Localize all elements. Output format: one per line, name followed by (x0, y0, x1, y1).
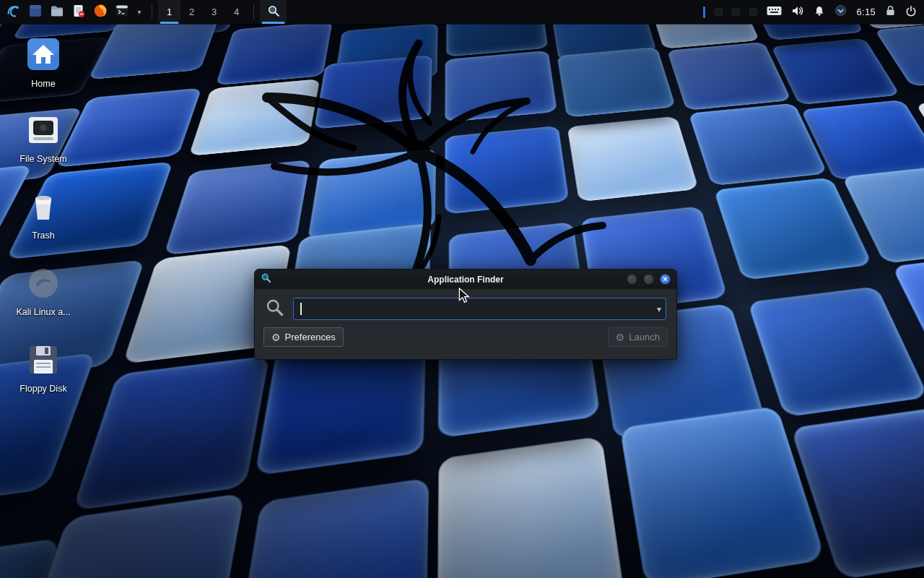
tray-handle[interactable] (703, 7, 705, 18)
workspace-button-3[interactable]: 3 (203, 0, 225, 24)
launcher-file-manager[interactable] (46, 0, 68, 24)
close-button[interactable]: × (660, 274, 671, 285)
file-manager-icon (50, 4, 64, 21)
launch-gear-icon: ⚙ (616, 332, 625, 342)
panel-launchers: ▾ 1 2 3 4 (0, 0, 287, 24)
desktop-icon-kali-linux[interactable]: Kali Linux a... (9, 267, 78, 317)
wallpaper-cube (666, 42, 791, 111)
terminal-icon (115, 4, 129, 21)
workspace-button-4[interactable]: 4 (225, 0, 248, 24)
clock[interactable]: 6:15 (856, 7, 876, 17)
wallpaper-cube (232, 478, 429, 578)
workspace-button-2[interactable]: 2 (180, 0, 203, 24)
workspace-button-1[interactable]: 1 (158, 0, 180, 24)
desktop-icon-floppy-disk[interactable]: Floppy Disk (9, 344, 78, 394)
entry-dropdown-icon[interactable]: ▾ (657, 298, 661, 320)
launch-label: Launch (629, 332, 660, 342)
chevron-down-icon: ▾ (137, 8, 141, 16)
search-row: ▾ (263, 298, 668, 320)
desktop-icon-label: Trash (32, 230, 55, 241)
launcher-text-editor[interactable] (68, 0, 90, 24)
active-underline (262, 22, 284, 24)
titlebar[interactable]: Application Finder × (255, 269, 676, 289)
window-buttons: × (627, 274, 671, 285)
text-caret (300, 303, 302, 315)
active-underline (160, 22, 178, 24)
trash-icon (27, 191, 59, 225)
terminal-dropdown-button[interactable]: ▾ (133, 0, 146, 24)
search-entry: ▾ (293, 298, 666, 320)
kali-docs-icon (27, 267, 59, 302)
taskbar-application-finder-button[interactable] (260, 0, 287, 24)
button-row: ⚙ Preferences ⚙ Launch (263, 327, 668, 347)
tray-icon[interactable] (749, 8, 757, 16)
wallpaper-cube (747, 286, 924, 418)
desktop-icon-file-system[interactable]: File System (9, 114, 78, 164)
notification-bell-icon[interactable] (814, 5, 825, 20)
preferences-label: Preferences (285, 332, 336, 342)
file-system-icon (27, 114, 59, 149)
maximize-button[interactable] (643, 274, 654, 285)
status-globe-icon[interactable] (834, 4, 847, 20)
gear-icon: ⚙ (271, 332, 281, 342)
panel-separator (253, 5, 254, 19)
workspace-label: 2 (189, 7, 194, 17)
volume-icon[interactable] (791, 5, 804, 20)
search-icon (267, 4, 280, 20)
floppy-disk-icon (27, 344, 59, 379)
window-app-search-icon (261, 272, 271, 286)
tray-icon[interactable] (715, 8, 723, 16)
panel-separator (152, 5, 152, 19)
search-input[interactable] (293, 298, 666, 320)
firefox-icon (93, 4, 108, 21)
desktop-icon-label: Floppy Disk (19, 384, 66, 394)
workspace-label: 3 (212, 7, 217, 17)
kali-logo-icon (6, 3, 22, 22)
top-panel: ▾ 1 2 3 4 (0, 0, 924, 24)
tray-icon[interactable] (732, 8, 740, 16)
kali-dragon-silhouette (180, 29, 642, 289)
wallpaper-cube (771, 38, 901, 105)
window-app-icon (28, 4, 43, 21)
keyboard-layout-icon[interactable] (767, 6, 782, 19)
desktop-icon-label: Home (31, 79, 55, 89)
workspace-label: 4 (234, 7, 239, 17)
document-icon (71, 4, 86, 21)
minimize-button[interactable] (627, 274, 637, 285)
launcher-app-window[interactable] (25, 0, 46, 24)
home-icon (27, 38, 60, 74)
window-title: Application Finder (255, 275, 676, 285)
dialog-body: ▾ ⚙ Preferences ⚙ Launch (255, 289, 676, 354)
lock-icon[interactable] (885, 5, 896, 20)
logout-power-icon[interactable] (905, 5, 917, 20)
preferences-button[interactable]: ⚙ Preferences (263, 327, 344, 347)
wallpaper-cube (437, 436, 625, 578)
launcher-firefox[interactable] (90, 0, 111, 24)
launcher-terminal[interactable] (111, 0, 133, 24)
launch-button[interactable]: ⚙ Launch (608, 327, 668, 347)
wallpaper-cube (71, 355, 269, 512)
desktop-icon-trash[interactable]: Trash (9, 191, 78, 241)
kali-menu-button[interactable] (3, 0, 25, 24)
panel-tray: 6:15 (703, 0, 924, 24)
desktop-icon-label: File System (19, 154, 66, 164)
search-icon (265, 298, 284, 320)
desktop-icon-home[interactable]: Home (9, 38, 78, 89)
desktop-icon-label: Kali Linux a... (16, 307, 70, 317)
application-finder-window: Application Finder × ▾ ⚙ Prefe (254, 269, 677, 360)
workspace-label: 1 (167, 7, 172, 17)
